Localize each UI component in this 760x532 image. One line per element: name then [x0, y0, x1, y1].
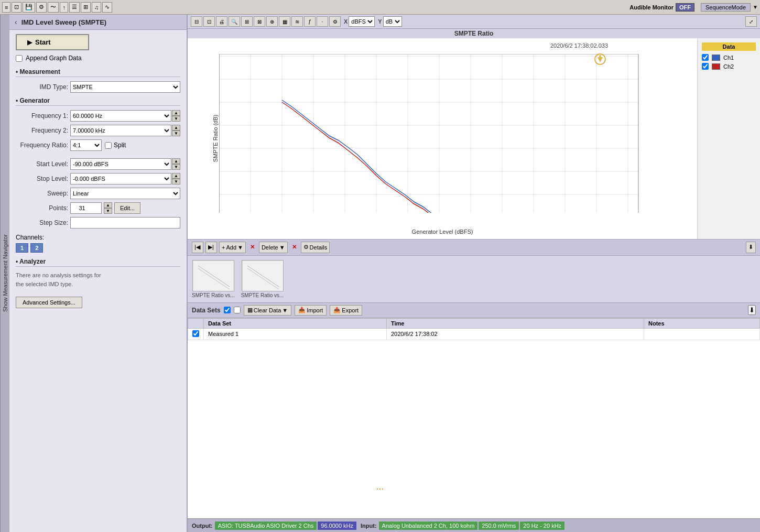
chart-tb-2[interactable]: ⊡ — [203, 16, 215, 27]
off-badge[interactable]: OFF — [676, 3, 694, 12]
sweep-select[interactable]: Linear — [70, 188, 180, 199]
clear-data-button[interactable]: ▦ Clear Data ▼ — [244, 305, 291, 316]
stop-level-down[interactable]: ▼ — [172, 179, 180, 184]
data-sets-checkbox-1[interactable] — [224, 307, 231, 313]
y-axis-select[interactable]: dB — [383, 16, 402, 27]
advanced-settings-button[interactable]: Advanced Settings... — [16, 297, 82, 308]
details-button[interactable]: ⚙ Details — [301, 242, 330, 253]
export-button[interactable]: 📤 Export — [330, 305, 362, 316]
toolbar-btn-3[interactable]: 💾 — [23, 2, 35, 13]
points-up[interactable]: ▲ — [104, 202, 112, 208]
freq2-select[interactable]: 7.00000 kHz — [70, 125, 171, 136]
table-row: Measured 1 2020/6/2 17:38:02 — [188, 328, 760, 340]
nav-first-btn[interactable]: |◀ — [192, 242, 203, 253]
toolbar-btn-9[interactable]: ♫ — [92, 2, 101, 13]
toolbar-btn-6[interactable]: ↑ — [60, 2, 68, 13]
freq2-up[interactable]: ▲ — [172, 125, 180, 131]
chart-tb-10[interactable]: ƒ — [304, 16, 316, 27]
imd-type-select[interactable]: SMPTE — [70, 81, 180, 93]
toolbar-btn-8[interactable]: ⊞ — [81, 2, 91, 13]
chart-tb-4[interactable]: 🔍 — [229, 16, 240, 27]
chart-tb-6[interactable]: ⊠ — [254, 16, 265, 27]
toolbar-right: ⤢ — [745, 16, 757, 27]
legend-ch1-checkbox[interactable] — [702, 54, 709, 61]
step-size-row: Step Size: +3.000 dBFS — [16, 217, 180, 229]
chart-icon — [592, 53, 608, 66]
toolbar-btn-2[interactable]: ⊡ — [12, 2, 21, 13]
analyzer-text: There are no analysis settings for the s… — [16, 271, 180, 288]
toolbar-btn-4[interactable]: ⚙ — [36, 2, 47, 13]
delete-button[interactable]: Delete ▼ — [259, 242, 288, 253]
legend-ch2-checkbox[interactable] — [702, 63, 709, 70]
channels-section: Channels: 1 2 — [16, 234, 180, 253]
col-notes-header: Notes — [644, 318, 760, 328]
sequence-mode[interactable]: SequenceMode — [701, 3, 751, 12]
nav-next-btn[interactable]: ▶| — [205, 242, 217, 253]
chart-tb-8[interactable]: ▦ — [279, 16, 290, 27]
chart-tb-5[interactable]: ⊞ — [241, 16, 253, 27]
chart-tb-3[interactable]: 🖨 — [216, 16, 227, 27]
channel-1-badge[interactable]: 1 — [16, 243, 28, 253]
sidebar-navigator[interactable]: Show Measurement Navigator — [0, 15, 9, 532]
x-axis-select[interactable]: dBFS — [349, 16, 375, 27]
chart-timestamp: 2020/6/2 17:38:02.033 — [550, 42, 608, 49]
left-panel: ‹ IMD Level Sweep (SMPTE) Start Append G… — [9, 15, 188, 532]
clear-dropdown-icon: ▼ — [282, 307, 288, 313]
freq2-row: Frequency 2: 7.00000 kHz ▲ ▼ — [16, 125, 180, 136]
bottom-right-btn[interactable]: ⬇ — [746, 242, 756, 253]
sweep-control: Linear — [70, 188, 180, 199]
chart-tb-11[interactable]: · — [317, 16, 328, 27]
toolbar-btn-5[interactable]: 〜 — [48, 2, 59, 13]
add-icon: + — [222, 244, 225, 251]
start-level-select[interactable]: -90.000 dBFS — [70, 158, 171, 170]
stop-level-up[interactable]: ▲ — [172, 173, 180, 179]
thumb-svg-1 — [193, 260, 234, 291]
start-level-up[interactable]: ▲ — [172, 158, 180, 164]
freq1-spinners: ▲ ▼ — [172, 110, 180, 122]
edit-button[interactable]: Edit... — [114, 202, 140, 214]
generator-section-header: • Generator — [16, 97, 180, 106]
step-size-input[interactable]: +3.000 dBFS — [70, 217, 180, 229]
row-checkbox[interactable] — [192, 330, 199, 337]
y-axis-label-ctrl: Y — [378, 18, 382, 25]
ds-expand-btn[interactable]: ⬇ — [748, 305, 756, 315]
ds-right: ⬇ — [748, 305, 756, 315]
points-down[interactable]: ▼ — [104, 208, 112, 214]
import-button[interactable]: 📥 Import — [295, 305, 327, 316]
toolbar-btn-10[interactable]: ∿ — [102, 2, 112, 13]
chart-tb-12[interactable]: ⚙ — [329, 16, 341, 27]
back-arrow-icon[interactable]: ‹ — [15, 18, 17, 26]
chart-expand-btn[interactable]: ⤢ — [745, 16, 757, 27]
thumbnail-1[interactable]: SMPTE Ratio vs... — [192, 260, 235, 298]
chart-tb-9[interactable]: ≋ — [291, 16, 303, 27]
split-checkbox[interactable] — [105, 142, 112, 149]
freq1-up[interactable]: ▲ — [172, 110, 180, 116]
row-time-cell: 2020/6/2 17:38:02 — [386, 328, 644, 340]
points-input[interactable] — [70, 202, 102, 214]
toolbar-btn-7[interactable]: ☰ — [69, 2, 80, 13]
add-button[interactable]: + Add ▼ — [219, 242, 246, 253]
freq1-select[interactable]: 60.0000 Hz — [70, 110, 171, 122]
channel-2-badge[interactable]: 2 — [30, 243, 43, 253]
bottom-chart-toolbar: |◀ ▶| + Add ▼ ✕ Delete ▼ ✕ ⚙ Details ⬇ — [188, 239, 760, 256]
ratio-label: Frequency Ratio: — [16, 142, 68, 149]
freq1-down[interactable]: ▼ — [172, 116, 180, 122]
chart-toolbar: ⊟ ⊡ 🖨 🔍 ⊞ ⊠ ⊕ ▦ ≋ ƒ · ⚙ X dBFS Y dB — [188, 15, 760, 29]
thumbnail-2[interactable]: SMPTE Ratio vs... — [241, 260, 284, 298]
toolbar-btn-1[interactable]: ≡ — [2, 2, 10, 13]
start-button[interactable]: Start — [16, 34, 89, 50]
chart-container: 2020/6/2 17:38:02.033 SMPTE Ratio (dB) — [188, 38, 760, 239]
data-sets-checkbox-2[interactable] — [234, 307, 241, 313]
freq2-down[interactable]: ▼ — [172, 131, 180, 136]
ch2-line — [282, 102, 565, 213]
chart-tb-7[interactable]: ⊕ — [266, 16, 278, 27]
stop-level-spinners: ▲ ▼ — [172, 173, 180, 184]
append-graph-checkbox[interactable] — [16, 55, 23, 62]
split-label: Split — [114, 142, 126, 149]
ratio-select[interactable]: 4:1 — [70, 139, 102, 151]
stop-level-select[interactable]: -0.000 dBFS — [70, 173, 171, 184]
start-level-down[interactable]: ▼ — [172, 164, 180, 170]
legend-ch2-label: Ch2 — [723, 63, 734, 70]
chart-tb-1[interactable]: ⊟ — [191, 16, 202, 27]
data-sets-label: Data Sets — [192, 307, 221, 314]
